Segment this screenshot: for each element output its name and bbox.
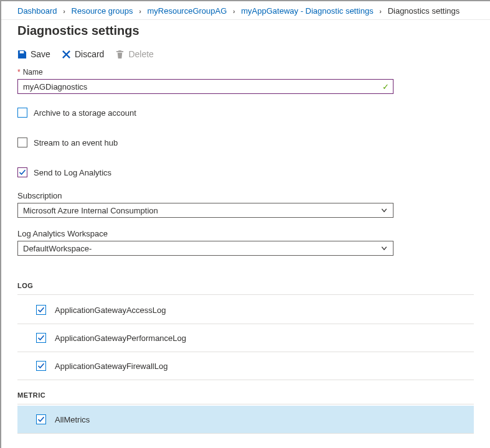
stream-label: Stream to an event hub xyxy=(34,138,118,147)
subscription-label: Subscription xyxy=(17,191,393,200)
name-label: *Name xyxy=(17,68,474,77)
chevron-down-icon xyxy=(380,245,388,252)
save-icon xyxy=(17,50,27,59)
page-title: Diagnostics settings xyxy=(1,20,490,47)
breadcrumb-current: Diagnostics settings xyxy=(388,6,460,16)
workspace-value: DefaultWorkspace- xyxy=(23,244,92,253)
stream-option[interactable]: Stream to an event hub xyxy=(17,138,474,147)
checkbox-icon[interactable] xyxy=(17,167,27,177)
divider xyxy=(17,294,474,295)
workspace-select[interactable]: DefaultWorkspace- xyxy=(17,241,393,256)
list-item[interactable]: ApplicationGatewayFirewallLog xyxy=(17,352,474,380)
close-icon xyxy=(62,50,71,59)
workspace-label: Log Analytics Workspace xyxy=(17,229,393,238)
metric-item-label: AllMetrics xyxy=(55,415,90,424)
log-item-label: ApplicationGatewayPerformanceLog xyxy=(55,334,186,343)
log-analytics-option[interactable]: Send to Log Analytics xyxy=(17,167,474,177)
subscription-field: Subscription Microsoft Azure Internal Co… xyxy=(17,191,393,218)
save-button[interactable]: Save xyxy=(17,49,50,59)
breadcrumb-link-dashboard[interactable]: Dashboard xyxy=(17,6,57,16)
breadcrumb: Dashboard › Resource groups › myResource… xyxy=(1,1,490,20)
discard-label: Discard xyxy=(75,49,104,59)
delete-label: Delete xyxy=(128,49,153,59)
log-analytics-label: Send to Log Analytics xyxy=(34,168,111,177)
log-item-label: ApplicationGatewayFirewallLog xyxy=(55,362,167,371)
chevron-right-icon: › xyxy=(229,7,239,15)
subscription-value: Microsoft Azure Internal Consumption xyxy=(23,206,158,215)
discard-button[interactable]: Discard xyxy=(62,49,104,59)
checkbox-icon[interactable] xyxy=(17,138,27,147)
archive-option[interactable]: Archive to a storage account xyxy=(17,108,474,118)
log-item-label: ApplicationGatewayAccessLog xyxy=(55,306,166,315)
name-input[interactable] xyxy=(18,80,382,93)
subscription-select[interactable]: Microsoft Azure Internal Consumption xyxy=(17,203,393,218)
log-list: ApplicationGatewayAccessLog ApplicationG… xyxy=(17,296,474,380)
divider xyxy=(17,404,474,404)
workspace-field: Log Analytics Workspace DefaultWorkspace… xyxy=(17,229,393,256)
chevron-right-icon: › xyxy=(135,7,145,15)
name-input-wrapper: ✓ xyxy=(17,79,393,94)
breadcrumb-link-resource-group[interactable]: myResourceGroupAG xyxy=(147,6,227,16)
valid-check-icon: ✓ xyxy=(382,82,393,91)
metric-list: AllMetrics xyxy=(17,406,474,434)
checkbox-icon[interactable] xyxy=(17,108,27,118)
breadcrumb-link-resource-groups[interactable]: Resource groups xyxy=(72,6,133,16)
metric-section-header: METRIC xyxy=(17,391,474,399)
list-item[interactable]: ApplicationGatewayAccessLog xyxy=(17,296,474,324)
trash-icon xyxy=(115,50,125,59)
chevron-down-icon xyxy=(380,207,388,214)
list-item[interactable]: ApplicationGatewayPerformanceLog xyxy=(17,324,474,352)
log-section-header: LOG xyxy=(17,282,474,289)
toolbar: Save Discard Delete xyxy=(17,47,474,68)
checkbox-icon[interactable] xyxy=(36,333,46,343)
checkbox-icon[interactable] xyxy=(36,305,46,315)
delete-button: Delete xyxy=(115,49,153,59)
breadcrumb-link-diag-settings[interactable]: myAppGateway - Diagnostic settings xyxy=(241,6,373,16)
required-icon: * xyxy=(17,68,21,77)
chevron-right-icon: › xyxy=(59,7,69,15)
archive-label: Archive to a storage account xyxy=(34,108,136,118)
checkbox-icon[interactable] xyxy=(36,414,46,424)
checkbox-icon[interactable] xyxy=(36,361,46,371)
list-item[interactable]: AllMetrics xyxy=(17,406,474,434)
save-label: Save xyxy=(31,49,50,59)
chevron-right-icon: › xyxy=(375,7,385,15)
